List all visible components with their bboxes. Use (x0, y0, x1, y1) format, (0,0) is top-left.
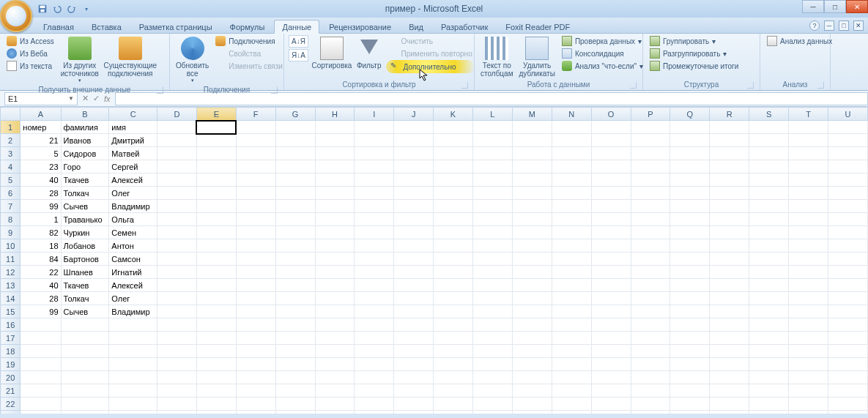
cell[interactable] (355, 226, 394, 239)
cell[interactable] (315, 292, 355, 305)
cell[interactable] (670, 134, 710, 147)
cell[interactable] (631, 134, 670, 147)
cell[interactable] (434, 147, 473, 160)
sort-button[interactable]: Сортировка (311, 35, 352, 71)
cell[interactable] (394, 318, 434, 332)
cell[interactable]: Иванов (61, 134, 109, 147)
cell[interactable] (591, 213, 631, 226)
remove-duplicates-button[interactable]: Удалить дубликаты (518, 35, 557, 79)
cell[interactable] (472, 384, 512, 398)
cell[interactable] (789, 266, 828, 279)
cell[interactable] (109, 398, 157, 411)
cell[interactable] (552, 279, 591, 292)
cell[interactable] (355, 239, 394, 253)
cell[interactable] (710, 226, 749, 239)
cell[interactable] (434, 213, 473, 226)
cell[interactable] (315, 239, 355, 253)
cell[interactable] (749, 173, 789, 187)
cell[interactable] (315, 371, 355, 384)
cell[interactable] (591, 292, 631, 305)
row-header[interactable]: 23 (1, 411, 21, 414)
cell[interactable]: Ткачев (61, 173, 109, 187)
cell[interactable] (789, 121, 828, 134)
cell[interactable] (472, 279, 512, 292)
cell[interactable] (670, 239, 710, 253)
cell[interactable] (21, 345, 61, 358)
cell[interactable] (355, 358, 394, 371)
cell[interactable] (315, 384, 355, 398)
cell[interactable] (828, 200, 867, 213)
cell[interactable]: номер (21, 121, 61, 134)
cell[interactable] (710, 147, 749, 160)
cell[interactable] (710, 398, 749, 411)
cell[interactable] (631, 253, 670, 266)
cell[interactable]: Дмитрий (109, 134, 157, 147)
cell[interactable] (591, 305, 631, 318)
cell[interactable] (828, 358, 867, 371)
column-header[interactable]: K (434, 108, 473, 121)
cell[interactable] (512, 173, 552, 187)
cell[interactable] (315, 411, 355, 414)
minimize-button[interactable]: ─ (802, 0, 824, 13)
cell[interactable] (631, 147, 670, 160)
cell[interactable] (196, 226, 236, 239)
cell[interactable] (472, 187, 512, 200)
cell[interactable] (315, 147, 355, 160)
cell[interactable] (631, 411, 670, 414)
cell[interactable] (552, 226, 591, 239)
cell[interactable]: Сычев (61, 200, 109, 213)
cell[interactable]: 22 (21, 266, 61, 279)
cell[interactable] (394, 358, 434, 371)
cell[interactable] (512, 292, 552, 305)
cell[interactable] (591, 121, 631, 134)
column-header[interactable]: F (236, 108, 275, 121)
cell[interactable] (670, 371, 710, 384)
cell[interactable] (828, 332, 867, 345)
cell[interactable] (109, 411, 157, 414)
save-icon[interactable] (37, 3, 48, 15)
cell[interactable] (434, 160, 473, 173)
cell[interactable]: 18 (21, 239, 61, 253)
cell[interactable] (196, 371, 236, 384)
cell[interactable]: 28 (21, 292, 61, 305)
cell[interactable] (789, 398, 828, 411)
cell[interactable] (434, 384, 473, 398)
cell[interactable] (394, 266, 434, 279)
cell[interactable] (157, 226, 196, 239)
cell[interactable] (670, 253, 710, 266)
cell[interactable] (434, 187, 473, 200)
cell[interactable]: 23 (21, 160, 61, 173)
cell[interactable] (109, 371, 157, 384)
cell[interactable] (552, 147, 591, 160)
cell[interactable] (512, 371, 552, 384)
cell[interactable] (394, 371, 434, 384)
cell[interactable] (61, 398, 109, 411)
cell[interactable] (552, 345, 591, 358)
cell[interactable] (472, 160, 512, 173)
cell[interactable] (749, 305, 789, 318)
column-header[interactable]: L (472, 108, 512, 121)
cell[interactable] (394, 213, 434, 226)
cell[interactable] (591, 345, 631, 358)
cell[interactable] (631, 266, 670, 279)
cell[interactable] (749, 371, 789, 384)
cell[interactable] (472, 147, 512, 160)
cell[interactable] (236, 239, 275, 253)
cell[interactable] (275, 358, 315, 371)
cell[interactable] (434, 305, 473, 318)
column-header[interactable]: S (749, 108, 789, 121)
cell[interactable] (472, 371, 512, 384)
cell[interactable] (434, 200, 473, 213)
minimize-ribbon-icon[interactable]: ─ (824, 20, 834, 31)
cell[interactable] (512, 358, 552, 371)
cell[interactable] (631, 358, 670, 371)
cell[interactable] (315, 305, 355, 318)
cell[interactable] (828, 384, 867, 398)
cell[interactable] (275, 147, 315, 160)
row-header[interactable]: 6 (1, 187, 21, 200)
cell[interactable] (789, 200, 828, 213)
cell[interactable] (710, 332, 749, 345)
cell[interactable] (61, 332, 109, 345)
cell[interactable] (315, 266, 355, 279)
cell[interactable] (631, 160, 670, 173)
